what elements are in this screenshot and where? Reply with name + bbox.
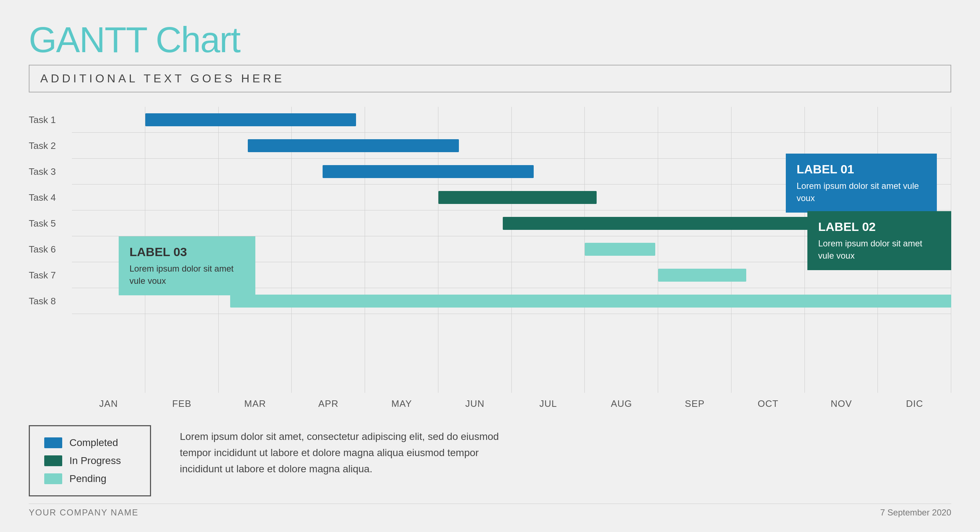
gantt-container: Task 1 Task 2 Task 3 Task 4 Task 5 Task … [29, 107, 951, 414]
task-label-6: Task 6 [29, 236, 72, 262]
page: GANTT Chart ADDITIONAL TEXT GOES HERE Ta… [0, 0, 980, 532]
legend-box: Completed In Progress Pending [29, 425, 151, 496]
task-label-8: Task 8 [29, 288, 72, 314]
task-label-3: Task 3 [29, 159, 72, 185]
legend-item-completed: Completed [44, 437, 135, 449]
legend-label-pending: Pending [69, 473, 107, 484]
bar-task6 [585, 243, 655, 256]
tooltip-01-text: Lorem ipsum dolor sit amet vule voux [797, 180, 926, 204]
bar-task8 [230, 295, 951, 307]
tooltip-02-text: Lorem ipsum dolor sit amet vule voux [818, 237, 940, 261]
chart-area: Task 1 Task 2 Task 3 Task 4 Task 5 Task … [29, 107, 951, 496]
month-jul: JUL [512, 398, 585, 409]
month-jun: JUN [438, 398, 512, 409]
subtitle-box: ADDITIONAL TEXT GOES HERE [29, 65, 951, 92]
legend-label-in-progress: In Progress [69, 455, 121, 467]
bar-task3 [323, 165, 534, 178]
legend-item-in-progress: In Progress [44, 455, 135, 467]
task-labels: Task 1 Task 2 Task 3 Task 4 Task 5 Task … [29, 107, 72, 414]
footer: YOUR COMPANY NAME 7 September 2020 [29, 503, 951, 518]
legend-color-in-progress [44, 456, 62, 466]
task-label-1: Task 1 [29, 107, 72, 133]
tooltip-label-01: LABEL 01 Lorem ipsum dolor sit amet vule… [786, 154, 937, 213]
footer-company: YOUR COMPANY NAME [29, 508, 138, 518]
tooltip-03-text: Lorem ipsum dolor sit amet vule voux [129, 263, 245, 287]
bar-task7 [658, 269, 746, 282]
legend-item-pending: Pending [44, 473, 135, 484]
month-may: MAY [365, 398, 438, 409]
task-label-4: Task 4 [29, 185, 72, 210]
month-sep: SEP [658, 398, 732, 409]
tooltip-label-02: LABEL 02 Lorem ipsum dolor sit amet vule… [807, 211, 951, 270]
footer-date: 7 September 2020 [880, 508, 951, 518]
gantt-chart: LABEL 01 Lorem ipsum dolor sit amet vule… [72, 107, 951, 414]
tooltip-03-title: LABEL 03 [129, 245, 245, 259]
legend-color-pending [44, 473, 62, 484]
task-label-7: Task 7 [29, 262, 72, 288]
bar-task2 [248, 139, 459, 152]
bar-task4 [438, 191, 597, 204]
month-aug: AUG [585, 398, 658, 409]
task-label-2: Task 2 [29, 133, 72, 159]
month-feb: FEB [145, 398, 219, 409]
bottom-section: Completed In Progress Pending Lorem ipsu… [29, 425, 951, 496]
legend-color-completed [44, 437, 62, 448]
bar-task1 [145, 113, 356, 126]
description-text: Lorem ipsum dolor sit amet, consectetur … [180, 425, 503, 477]
month-apr: APR [292, 398, 365, 409]
tooltip-01-title: LABEL 01 [797, 162, 926, 176]
legend-label-completed: Completed [69, 437, 118, 449]
month-mar: MAR [219, 398, 292, 409]
month-dic: DIC [878, 398, 951, 409]
month-oct: OCT [732, 398, 805, 409]
subtitle: ADDITIONAL TEXT GOES HERE [40, 72, 285, 85]
tooltip-label-03: LABEL 03 Lorem ipsum dolor sit amet vule… [119, 236, 255, 295]
title: GANTT Chart [29, 22, 951, 57]
month-labels: JAN FEB MAR APR MAY JUN JUL AUG SEP OCT … [72, 393, 951, 414]
tooltip-02-title: LABEL 02 [818, 220, 940, 234]
task-label-5: Task 5 [29, 210, 72, 236]
month-jan: JAN [72, 398, 145, 409]
grid-area: LABEL 01 Lorem ipsum dolor sit amet vule… [72, 107, 951, 393]
month-nov: NOV [805, 398, 878, 409]
